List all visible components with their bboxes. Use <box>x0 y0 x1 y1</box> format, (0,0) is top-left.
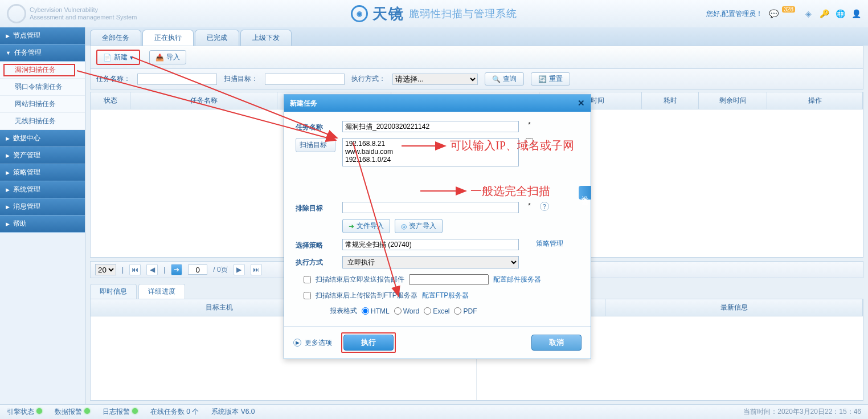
sidebar-item-message[interactable]: ▶消息管理 <box>0 198 85 215</box>
go-page-button[interactable]: ➔ <box>171 264 182 275</box>
page-input[interactable] <box>188 265 207 275</box>
tab-running[interactable]: 正在执行 <box>142 30 194 46</box>
ftp-report-label: 扫描结束后上传报告到FTP服务器 <box>316 291 417 300</box>
help-icon[interactable]: ? <box>540 202 549 211</box>
col-remain: 剩余时间 <box>699 92 767 109</box>
exclude-target-field[interactable] <box>342 202 519 213</box>
file-arrow-icon: ➜ <box>349 222 354 230</box>
logo-area: Cybervision Vulnerability Assessment and… <box>7 4 137 23</box>
col-ops: 操作 <box>767 92 863 109</box>
ftp-config-link[interactable]: 配置FTP服务器 <box>422 291 469 300</box>
sidebar-item-data[interactable]: ▶数据中心 <box>0 130 85 147</box>
import-button[interactable]: 📥导入 <box>149 50 186 64</box>
new-file-icon: 📄 <box>103 54 112 62</box>
report-pdf-radio[interactable]: PDF <box>454 307 477 315</box>
sidebar-sub-webscan[interactable]: 网站扫描任务 <box>0 96 85 113</box>
email-field[interactable] <box>409 274 489 285</box>
target-label: 扫描目标： <box>224 74 258 84</box>
save-target-checkbox[interactable]: 保存为目标集 <box>526 138 535 196</box>
exec-mode-select[interactable]: 立即执行 <box>342 256 519 269</box>
globe-icon[interactable]: 🌐 <box>835 9 845 19</box>
notification-badge[interactable]: 328 <box>782 6 795 13</box>
execute-button[interactable]: 执行 <box>343 335 394 351</box>
sidebar-item-system[interactable]: ▶系统管理 <box>0 181 85 198</box>
data-alarm: 数据报警 <box>55 407 90 417</box>
play-circle-icon: ▶ <box>293 339 301 347</box>
search-button[interactable]: 🔍查询 <box>485 72 524 86</box>
dialog-title: 新建任务 <box>290 99 317 108</box>
last-page-button[interactable]: ⏭ <box>251 264 262 275</box>
current-time: 当前时间：2020年3月20日22：15：46 <box>743 407 861 417</box>
tab-done[interactable]: 已完成 <box>195 30 239 46</box>
toolbar: 📄新建 ▾ 📥导入 <box>90 46 863 69</box>
brand: ◉ 天镜 脆弱性扫描与管理系统 <box>351 4 517 24</box>
email-report-checkbox[interactable] <box>304 276 311 283</box>
dialog-footer: ▶更多选项 执行 取消 <box>284 326 591 359</box>
dialog-header[interactable]: 新建任务 ✕ <box>284 95 591 112</box>
log-alarm: 日志报警 <box>103 407 138 417</box>
task-name-input[interactable] <box>137 74 217 85</box>
reset-button[interactable]: 🔄重置 <box>531 72 570 86</box>
close-icon[interactable]: ✕ <box>578 98 585 108</box>
chevron-right-icon: ▶ <box>6 33 10 39</box>
report-word-radio[interactable]: Word <box>394 307 419 315</box>
sidebar-item-help[interactable]: ▶帮助 <box>0 215 85 233</box>
asset-import-button[interactable]: ◎资产导入 <box>395 219 443 233</box>
sidebar-item-policy[interactable]: ▶策略管理 <box>0 164 85 181</box>
online-tasks: 在线任务数 0 个 <box>150 407 199 417</box>
sidebar-item-task[interactable]: ▼任务管理 <box>0 44 85 62</box>
new-task-dialog: 新建任务 ✕ 设备选择 任务名称 * 扫描目标 192.168.8.21 www… <box>284 94 591 359</box>
ftp-report-checkbox[interactable] <box>304 292 311 299</box>
chevron-down-icon: ▼ <box>6 50 11 56</box>
tab-dispatched[interactable]: 上级下发 <box>240 30 292 46</box>
cancel-button[interactable]: 取消 <box>531 335 582 351</box>
next-page-button[interactable]: ▶ <box>234 264 245 275</box>
page-total: / 0页 <box>213 265 227 275</box>
more-options-toggle[interactable]: ▶更多选项 <box>293 338 332 348</box>
user-area: 您好,配置管理员！ 💬328 ◈ 🔑 🌐 👤 <box>706 9 861 19</box>
sidebar-item-asset[interactable]: ▶资产管理 <box>0 147 85 164</box>
tab-all[interactable]: 全部任务 <box>90 30 141 46</box>
chevron-right-icon: ▶ <box>6 221 10 227</box>
user-icon[interactable]: 👤 <box>851 9 861 19</box>
key-icon[interactable]: 🔑 <box>819 9 829 19</box>
required-mark: * <box>528 121 531 129</box>
prev-page-button[interactable]: ◀ <box>146 264 158 275</box>
target-input[interactable] <box>265 74 345 85</box>
report-html-radio[interactable]: HTML <box>362 307 390 315</box>
mode-label: 执行方式： <box>351 74 386 84</box>
sidebar-sub-wifiscan[interactable]: 无线扫描任务 <box>0 113 85 130</box>
sidebar: ▶节点管理 ▼任务管理 漏洞扫描任务 弱口令猜测任务 网站扫描任务 无线扫描任务… <box>0 27 85 404</box>
system-version: 系统版本 V6.0 <box>211 407 255 417</box>
chat-icon[interactable]: 💬 <box>768 9 779 19</box>
welcome-text: 您好,配置管理员！ <box>706 9 763 19</box>
report-excel-radio[interactable]: Excel <box>424 307 449 315</box>
task-name-field[interactable] <box>342 121 519 132</box>
file-import-button[interactable]: ➜文件导入 <box>342 219 390 233</box>
brand-title: 天镜 <box>372 4 404 24</box>
new-button[interactable]: 📄新建 ▾ <box>96 50 140 65</box>
cube-icon[interactable]: ◈ <box>803 9 813 19</box>
mode-select[interactable]: 请选择... <box>392 74 478 85</box>
sidebar-sub-vulnscan[interactable]: 漏洞扫描任务 <box>0 62 85 79</box>
required-mark: * <box>528 202 531 210</box>
subtab-detail[interactable]: 详细进度 <box>138 284 185 299</box>
sidebar-sub-weakpass[interactable]: 弱口令猜测任务 <box>0 79 85 96</box>
subtab-realtime[interactable]: 即时信息 <box>90 284 137 299</box>
policy-field[interactable] <box>342 239 519 250</box>
first-page-button[interactable]: ⏮ <box>129 264 141 275</box>
refresh-icon: 🔄 <box>538 75 547 83</box>
email-config-link[interactable]: 配置邮件服务器 <box>493 275 541 284</box>
task-name-label: 任务名称： <box>96 74 130 84</box>
chevron-right-icon: ▶ <box>6 204 10 210</box>
sidebar-item-node[interactable]: ▶节点管理 <box>0 27 85 44</box>
policy-label: 选择策略 <box>296 239 335 250</box>
app-header: Cybervision Vulnerability Assessment and… <box>0 0 868 27</box>
page-size-select[interactable]: 20 <box>95 264 116 275</box>
scan-target-field[interactable]: 192.168.8.21 www.baidu.com 192.168.1.0/2… <box>342 138 519 166</box>
col-name: 任务名称 <box>130 92 277 109</box>
policy-manage-link[interactable]: 策略管理 <box>536 239 563 249</box>
device-select-tab[interactable]: 设备选择 <box>579 186 591 200</box>
scan-target-button[interactable]: 扫描目标 <box>296 138 335 152</box>
exec-mode-label: 执行方式 <box>296 256 335 267</box>
